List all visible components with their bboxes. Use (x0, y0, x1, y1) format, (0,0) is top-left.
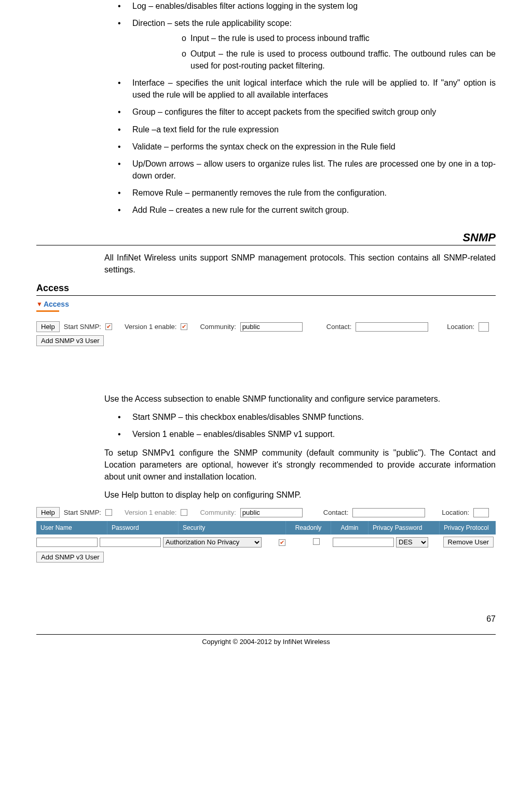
contact-label: Contact: (326, 323, 351, 331)
th-security: Security (179, 521, 286, 535)
bullet-log: Log – enables/disables filter actions lo… (104, 0, 496, 12)
start-snmp-checkbox-2[interactable] (105, 509, 112, 516)
access-para: Use the Access subsection to enable SNMP… (104, 393, 496, 405)
snmp-v3-users-table: User Name Password Security Readonly Adm… (36, 521, 496, 535)
add-snmp-v3-user-button-2[interactable]: Add SNMP v3 User (36, 552, 104, 563)
readonly-checkbox[interactable] (279, 539, 285, 546)
th-admin: Admin (331, 521, 369, 535)
bullet-validate: Validate – performs the syntax check on … (104, 141, 496, 153)
bullet-v1-enable: Version 1 enable – enables/disables SNMP… (104, 428, 496, 440)
contact-label-2: Contact: (323, 509, 348, 516)
community-input-2[interactable] (240, 508, 303, 517)
sub-output: Output – the rule is used to process out… (132, 48, 496, 72)
v1-enable-checkbox-2[interactable] (181, 509, 187, 516)
bullet-direction-text: Direction – sets the rule applicability … (132, 19, 292, 28)
access-label-text: Access (44, 300, 69, 308)
screenshot-access-1: ▼Access Help Start SNMP: Version 1 enabl… (36, 300, 496, 346)
sub-input: Input – the rule is used to process inbo… (132, 32, 496, 44)
th-password: Password (107, 521, 179, 535)
triangle-down-icon: ▼ (36, 300, 43, 308)
bullet-interface: Interface – specifies the unit logical i… (104, 77, 496, 101)
th-readonly: Readonly (286, 521, 331, 535)
admin-checkbox[interactable] (313, 538, 320, 545)
bullet-group: Group – configures the filter to accept … (104, 106, 496, 118)
password-input[interactable] (100, 538, 161, 547)
bullet-updown: Up/Down arrows – allow users to organize… (104, 158, 496, 182)
start-snmp-label: Start SNMP: (64, 323, 101, 331)
contact-input[interactable] (356, 322, 428, 332)
th-username: User Name (36, 521, 107, 535)
th-privacy-protocol: Privacy Protocol (440, 521, 496, 535)
location-input[interactable] (479, 322, 489, 332)
username-input[interactable] (36, 538, 98, 547)
bullet-direction: Direction – sets the rule applicability … (104, 17, 496, 72)
privacy-password-input[interactable] (333, 538, 394, 547)
contact-input-2[interactable] (352, 508, 425, 517)
community-label-2: Community: (200, 509, 236, 516)
security-select[interactable]: Authorization No Privacy (163, 537, 262, 547)
snmp-intro: All InfiNet Wireless units support SNMP … (104, 252, 496, 276)
help-button-2[interactable]: Help (36, 507, 60, 518)
bullet-start-snmp: Start SNMP – this checkbox enables/disab… (104, 411, 496, 423)
v1-enable-label-2: Version 1 enable: (125, 509, 176, 516)
location-label: Location: (447, 323, 474, 331)
bullet-add: Add Rule – creates a new rule for the cu… (104, 204, 496, 216)
access-underline (36, 310, 496, 312)
privacy-protocol-select[interactable]: DES (396, 537, 428, 547)
location-label-2: Location: (442, 509, 469, 516)
remove-user-button[interactable]: Remove User (443, 537, 494, 547)
subsection-access: Access (36, 283, 496, 296)
section-title-snmp: SNMP (36, 231, 496, 245)
bullet-rule: Rule –a text field for the rule expressi… (104, 124, 496, 135)
v1-enable-label: Version 1 enable: (125, 323, 176, 331)
start-snmp-checkbox[interactable] (105, 323, 112, 330)
table-row: Authorization No Privacy DES Remove User (36, 535, 496, 550)
start-snmp-label-2: Start SNMP: (64, 509, 101, 516)
help-para: Use Help button to display help on confi… (104, 489, 496, 501)
community-label: Community: (200, 323, 236, 331)
location-input-2[interactable] (473, 508, 489, 517)
screenshot-access-2: Help Start SNMP: Version 1 enable: Commu… (36, 507, 496, 563)
snmpv1-para: To setup SNMPv1 configure the SNMP commu… (104, 447, 496, 483)
footer-divider (36, 634, 496, 635)
page-number: 67 (36, 614, 496, 624)
access-collapse-header[interactable]: ▼Access (36, 300, 496, 308)
v1-enable-checkbox[interactable] (181, 323, 187, 330)
help-button[interactable]: Help (36, 321, 60, 332)
bullet-remove: Remove Rule – permanently removes the ru… (104, 187, 496, 199)
add-snmp-v3-user-button[interactable]: Add SNMP v3 User (36, 335, 104, 346)
community-input[interactable] (240, 322, 303, 332)
copyright: Copyright © 2004-2012 by InfiNet Wireles… (0, 638, 532, 656)
th-privacy-password: Privacy Password (369, 521, 440, 535)
